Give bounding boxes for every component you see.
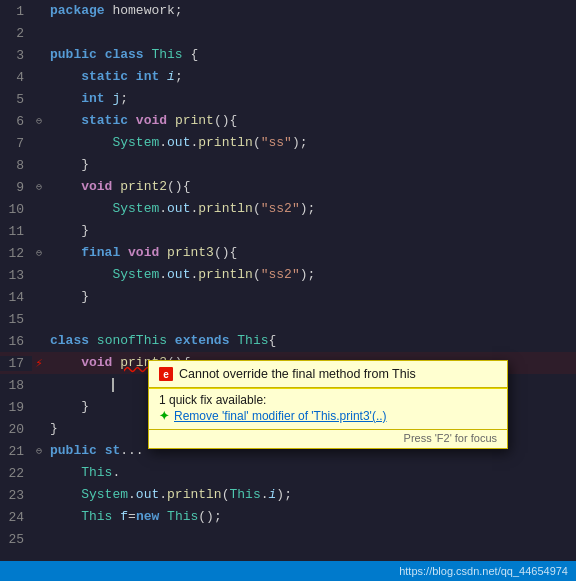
line-number-5: 5 — [0, 92, 32, 107]
tooltip-fix-row: ✦ Remove 'final' modifier of 'This.print… — [159, 407, 497, 425]
tooltip-quickfix-section: 1 quick fix available: ✦ Remove 'final' … — [148, 388, 508, 430]
line-number-24: 24 — [0, 510, 32, 525]
line-content-7[interactable]: System.out.println("ss"); — [46, 132, 576, 154]
line-number-20: 20 — [0, 422, 32, 437]
line-content-11[interactable]: } — [46, 220, 576, 242]
editor-container: 1 package homework; 2 3 public class Thi… — [0, 0, 576, 581]
line-number-15: 15 — [0, 312, 32, 327]
line-content-5[interactable]: int j; — [46, 88, 576, 110]
line-5: 5 int j; — [0, 88, 576, 110]
error-icon-label: e — [163, 369, 169, 380]
line-number-3: 3 — [0, 48, 32, 63]
line-content-4[interactable]: static int i; — [46, 66, 576, 88]
line-content-12[interactable]: final void print3(){ — [46, 242, 576, 264]
line-content-3[interactable]: public class This { — [46, 44, 576, 66]
line-10: 10 System.out.println("ss2"); — [0, 198, 576, 220]
quickfix-label: 1 quick fix available: — [159, 393, 497, 407]
line-7: 7 System.out.println("ss"); — [0, 132, 576, 154]
tooltip-footer: Press 'F2' for focus — [148, 430, 508, 449]
line-12: 12 ⊖ final void print3(){ — [0, 242, 576, 264]
line-content-10[interactable]: System.out.println("ss2"); — [46, 198, 576, 220]
line-number-12: 12 — [0, 246, 32, 261]
line-content-22[interactable]: This. — [46, 462, 576, 484]
line-number-17: 17 — [0, 356, 32, 371]
line-number-1: 1 — [0, 4, 32, 19]
fix-link[interactable]: Remove 'final' modifier of 'This.print3'… — [174, 409, 387, 423]
line-content-6[interactable]: static void print(){ — [46, 110, 576, 132]
line-11: 11 } — [0, 220, 576, 242]
line-content-24[interactable]: This f=new This(); — [46, 506, 576, 528]
line-content-9[interactable]: void print2(){ — [46, 176, 576, 198]
status-bar: https://blog.csdn.net/qq_44654974 — [0, 561, 576, 581]
tooltip-error-message: Cannot override the final method from Th… — [179, 367, 416, 381]
line-content-14[interactable]: } — [46, 286, 576, 308]
line-9: 9 ⊖ void print2(){ — [0, 176, 576, 198]
fold-icon-12[interactable]: ⊖ — [32, 247, 46, 259]
line-2: 2 — [0, 22, 576, 44]
line-number-6: 6 — [0, 114, 32, 129]
line-number-2: 2 — [0, 26, 32, 41]
tooltip-error-icon: e — [159, 367, 173, 381]
line-16: 16 class sonofThis extends This{ — [0, 330, 576, 352]
error-marker-17: ⚡ — [32, 356, 46, 371]
line-24: 24 This f=new This(); — [0, 506, 576, 528]
fold-icon-6[interactable]: ⊖ — [32, 115, 46, 127]
line-number-7: 7 — [0, 136, 32, 151]
line-number-8: 8 — [0, 158, 32, 173]
line-number-18: 18 — [0, 378, 32, 393]
text-cursor — [112, 378, 114, 392]
line-3: 3 public class This { — [0, 44, 576, 66]
line-1: 1 package homework; — [0, 0, 576, 22]
line-content-16[interactable]: class sonofThis extends This{ — [46, 330, 576, 352]
line-number-25: 25 — [0, 532, 32, 547]
line-number-9: 9 — [0, 180, 32, 195]
line-13: 13 System.out.println("ss2"); — [0, 264, 576, 286]
line-number-13: 13 — [0, 268, 32, 283]
line-number-14: 14 — [0, 290, 32, 305]
fix-icon: ✦ — [159, 409, 169, 423]
status-url: https://blog.csdn.net/qq_44654974 — [399, 565, 568, 577]
line-number-10: 10 — [0, 202, 32, 217]
line-number-21: 21 — [0, 444, 32, 459]
line-number-23: 23 — [0, 488, 32, 503]
fold-icon-9[interactable]: ⊖ — [32, 181, 46, 193]
line-15: 15 — [0, 308, 576, 330]
line-25: 25 — [0, 528, 576, 550]
line-6: 6 ⊖ static void print(){ — [0, 110, 576, 132]
fold-icon-21[interactable]: ⊖ — [32, 445, 46, 457]
code-area: 1 package homework; 2 3 public class Thi… — [0, 0, 576, 581]
line-number-11: 11 — [0, 224, 32, 239]
tooltip-footer-text: Press 'F2' for focus — [404, 432, 497, 444]
line-22: 22 This. — [0, 462, 576, 484]
line-content-8[interactable]: } — [46, 154, 576, 176]
tooltip-error-box: e Cannot override the final method from … — [148, 360, 508, 388]
line-number-19: 19 — [0, 400, 32, 415]
line-content-23[interactable]: System.out.println(This.i); — [46, 484, 576, 506]
line-number-22: 22 — [0, 466, 32, 481]
line-content-13[interactable]: System.out.println("ss2"); — [46, 264, 576, 286]
line-8: 8 } — [0, 154, 576, 176]
line-4: 4 static int i; — [0, 66, 576, 88]
tooltip-overlay: e Cannot override the final method from … — [148, 360, 508, 449]
line-number-16: 16 — [0, 334, 32, 349]
line-number-4: 4 — [0, 70, 32, 85]
line-14: 14 } — [0, 286, 576, 308]
line-content-1[interactable]: package homework; — [46, 0, 576, 22]
line-23: 23 System.out.println(This.i); — [0, 484, 576, 506]
